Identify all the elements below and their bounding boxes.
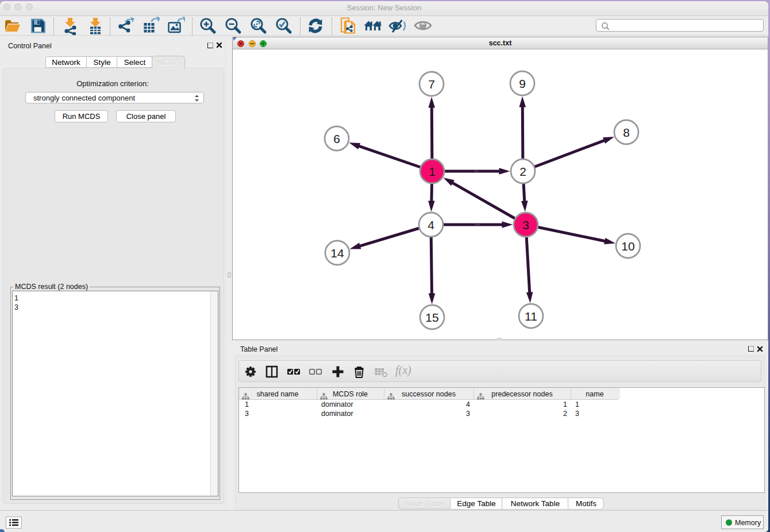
svg-text:8: 8 bbox=[623, 126, 630, 139]
svg-text:15: 15 bbox=[425, 311, 438, 324]
svg-text:14: 14 bbox=[330, 246, 344, 260]
svg-text:1: 1 bbox=[429, 165, 436, 178]
svg-text:4: 4 bbox=[428, 218, 434, 232]
svg-text:11: 11 bbox=[525, 310, 537, 323]
svg-text:9: 9 bbox=[519, 77, 526, 90]
svg-text:2: 2 bbox=[519, 165, 526, 178]
svg-text:6: 6 bbox=[333, 132, 340, 145]
svg-text:10: 10 bbox=[621, 240, 634, 253]
svg-text:7: 7 bbox=[428, 78, 435, 91]
svg-text:3: 3 bbox=[522, 218, 529, 232]
